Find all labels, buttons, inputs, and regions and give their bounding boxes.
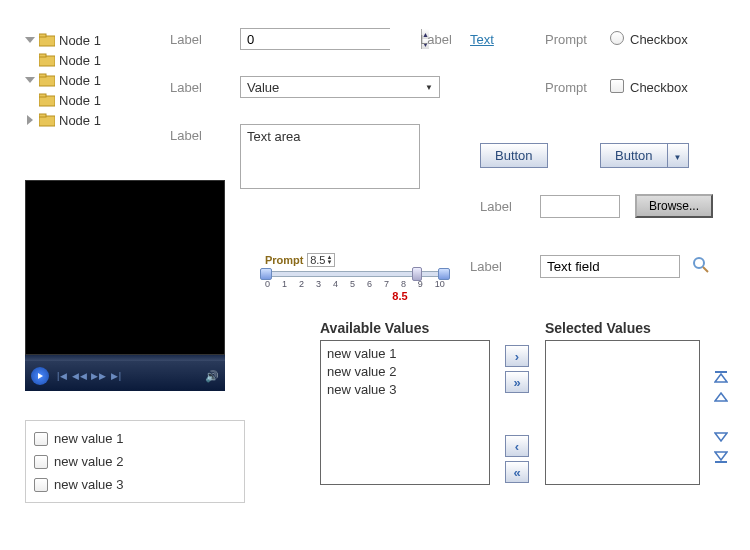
split-button-arrow[interactable]: ▼ <box>668 143 689 168</box>
action-button[interactable]: Button <box>480 143 548 168</box>
reorder-buttons <box>712 430 730 464</box>
slider-value-box[interactable]: 8.5 ▲▼ <box>307 253 335 267</box>
tree-node[interactable]: Node 1 <box>25 70 101 90</box>
field-label: Label <box>170 80 202 95</box>
field-label: Label <box>480 199 512 214</box>
list-item[interactable]: new value 1 <box>32 427 238 450</box>
triangle-down-icon <box>714 432 728 442</box>
slider-thumb[interactable] <box>412 267 422 281</box>
field-label: Label <box>170 128 202 143</box>
video-viewport[interactable] <box>25 180 225 355</box>
list-item-label: new value 3 <box>54 477 123 492</box>
spinner-input[interactable] <box>241 29 421 49</box>
number-spinner[interactable]: ▲▼ <box>240 28 390 50</box>
chevron-down-icon: ▼ <box>425 83 433 92</box>
text-link[interactable]: Text <box>470 32 494 47</box>
folder-icon <box>39 73 55 87</box>
dropdown-value: Value <box>247 80 279 95</box>
move-all-right-button[interactable]: » <box>505 371 529 393</box>
slider-indicator: 8.5 <box>385 290 415 302</box>
selected-listbox[interactable] <box>545 340 700 485</box>
svg-marker-18 <box>715 433 727 441</box>
split-button[interactable]: Button ▼ <box>600 143 689 168</box>
search-icon[interactable] <box>692 256 710 274</box>
shuttle-selected-section: Selected Values <box>545 320 700 485</box>
tree-node-label: Node 1 <box>59 33 101 48</box>
radio-label: Checkbox <box>630 32 688 47</box>
textarea-content: Text area <box>247 129 300 144</box>
move-top-button[interactable] <box>712 370 730 384</box>
field-label: Prompt <box>545 32 587 47</box>
tree-node-label: Node 1 <box>59 53 101 68</box>
bar-up-icon <box>714 371 728 383</box>
list-item-label: new value 1 <box>54 431 123 446</box>
svg-marker-0 <box>25 37 35 43</box>
move-left-button[interactable]: ‹ <box>505 435 529 457</box>
slider-value: 8.5 <box>310 254 325 266</box>
folder-icon <box>39 93 55 107</box>
list-item[interactable]: new value 2 <box>327 363 483 381</box>
tree-node[interactable]: Node 1 <box>25 50 101 70</box>
file-path-field[interactable] <box>540 195 620 218</box>
slider: Prompt 8.5 ▲▼ 012345678910 8.5 <box>265 252 445 302</box>
video-controls: |◀ ◀◀ ▶▶ ▶| 🔊 <box>25 361 225 391</box>
svg-rect-7 <box>39 74 46 77</box>
shuttle-move-buttons: ‹ « <box>505 435 529 483</box>
svg-rect-9 <box>39 94 46 97</box>
reorder-buttons <box>712 370 730 404</box>
tree-node[interactable]: Node 1 <box>25 30 101 50</box>
double-chevron-right-icon: » <box>513 375 520 390</box>
move-bottom-button[interactable] <box>712 450 730 464</box>
tree: Node 1 Node 1 Node 1 Node 1 Node 1 <box>25 30 101 130</box>
chevron-right-icon: › <box>515 349 519 364</box>
list-item[interactable]: new value 2 <box>32 450 238 473</box>
media-transport-icons[interactable]: |◀ ◀◀ ▶▶ ▶| <box>57 371 122 381</box>
shuttle-available-section: Available Values new value 1 new value 2… <box>320 320 490 485</box>
search-field[interactable] <box>540 255 680 278</box>
slider-track[interactable] <box>265 271 445 277</box>
field-label: Label <box>170 32 202 47</box>
shuttle-move-buttons: › » <box>505 345 529 393</box>
checkbox[interactable] <box>610 79 624 93</box>
slider-max-cap[interactable] <box>438 268 450 280</box>
checkbox[interactable] <box>34 478 48 492</box>
video-player: |◀ ◀◀ ▶▶ ▶| 🔊 <box>25 180 225 391</box>
tree-node-label: Node 1 <box>59 73 101 88</box>
folder-icon <box>39 113 55 127</box>
list-item[interactable]: new value 1 <box>327 345 483 363</box>
svg-rect-4 <box>39 54 46 57</box>
svg-marker-5 <box>25 77 35 83</box>
tree-node[interactable]: Node 1 <box>25 90 101 110</box>
move-down-button[interactable] <box>712 430 730 444</box>
chevron-down-icon <box>25 35 35 45</box>
field-label: Label <box>420 32 452 47</box>
volume-icon[interactable]: 🔊 <box>205 370 219 383</box>
svg-marker-10 <box>27 115 33 125</box>
chevron-down-icon: ▼ <box>674 153 682 162</box>
browse-button[interactable]: Browse... <box>635 194 713 218</box>
play-button[interactable] <box>31 367 49 385</box>
checkbox[interactable] <box>34 432 48 446</box>
chevron-down-icon <box>25 75 35 85</box>
radio-button[interactable] <box>610 31 624 45</box>
folder-icon <box>39 33 55 47</box>
available-listbox[interactable]: new value 1 new value 2 new value 3 <box>320 340 490 485</box>
move-all-left-button[interactable]: « <box>505 461 529 483</box>
list-item[interactable]: new value 3 <box>327 381 483 399</box>
svg-marker-17 <box>715 393 727 401</box>
checkbox-list: new value 1 new value 2 new value 3 <box>25 420 245 503</box>
move-right-button[interactable]: › <box>505 345 529 367</box>
list-item[interactable]: new value 3 <box>32 473 238 496</box>
svg-rect-12 <box>39 114 46 117</box>
move-up-button[interactable] <box>712 390 730 404</box>
list-item-label: new value 2 <box>54 454 123 469</box>
textarea[interactable]: Text area <box>240 124 420 189</box>
checkbox[interactable] <box>34 455 48 469</box>
slider-spin-icons[interactable]: ▲▼ <box>326 255 332 265</box>
available-values-title: Available Values <box>320 320 490 336</box>
dropdown[interactable]: Value ▼ <box>240 76 440 98</box>
svg-rect-2 <box>39 34 46 37</box>
tree-node[interactable]: Node 1 <box>25 110 101 130</box>
slider-min-cap[interactable] <box>260 268 272 280</box>
split-button-main[interactable]: Button <box>600 143 668 168</box>
